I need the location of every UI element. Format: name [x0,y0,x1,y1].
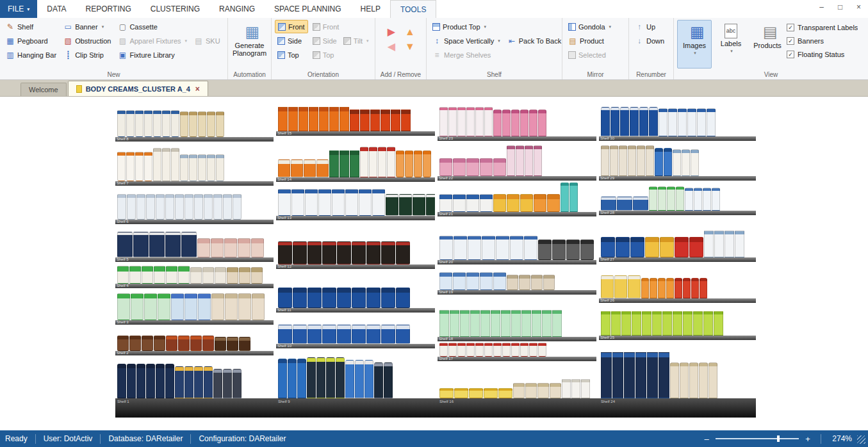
view-images-button[interactable]: ▦ Images ▾ [677,20,712,69]
product[interactable] [316,159,329,177]
product[interactable] [480,310,490,337]
product[interactable] [687,108,696,136]
product[interactable] [194,366,203,398]
product[interactable] [668,108,677,136]
product[interactable] [682,149,690,176]
product[interactable] [307,357,316,398]
product[interactable] [520,343,528,357]
product[interactable] [215,267,226,284]
product[interactable] [202,336,214,351]
product[interactable] [414,150,422,177]
product[interactable] [355,360,364,398]
product[interactable] [165,364,174,398]
product[interactable] [142,336,153,351]
product[interactable] [670,362,679,398]
product[interactable] [340,150,349,177]
product[interactable] [652,311,662,336]
product[interactable] [616,237,630,257]
zoom-slider-thumb[interactable] [777,435,780,442]
product[interactable] [352,241,366,264]
zoom-in-button[interactable]: + [803,434,813,444]
product[interactable] [658,186,666,211]
product[interactable] [381,325,395,344]
product[interactable] [491,310,500,337]
new-cassette-button[interactable]: ▢Cassette [115,20,190,33]
product[interactable] [329,107,339,131]
product[interactable] [291,189,304,216]
product[interactable] [520,194,533,212]
product[interactable] [569,183,578,212]
product[interactable] [175,194,184,220]
product[interactable] [366,325,381,344]
product[interactable] [211,238,224,257]
product[interactable] [620,107,629,136]
product[interactable] [507,194,520,212]
product[interactable] [352,288,366,308]
product[interactable] [635,352,646,398]
product[interactable] [227,337,238,351]
product[interactable] [484,388,498,398]
orientation-top-button[interactable]: Top [275,48,308,61]
product[interactable] [453,194,466,212]
product[interactable] [642,311,651,336]
product[interactable] [624,352,635,398]
product[interactable] [543,275,555,290]
product[interactable] [190,336,202,351]
product[interactable] [129,266,141,284]
shelf-bar[interactable]: Shelf 3 [115,320,274,325]
generate-planogram-button[interactable]: ▦ Generate Planogram [233,20,267,69]
product[interactable] [534,145,542,176]
product[interactable] [550,383,561,398]
tab-close-icon[interactable]: × [195,85,200,93]
product[interactable] [457,107,466,136]
merge-shelves-button[interactable]: ≡Merge Shelves [430,48,503,61]
product[interactable] [251,267,263,284]
orientation-tilt-button[interactable]: Tilt▾ [341,34,372,47]
product[interactable] [637,145,645,176]
product[interactable] [601,237,615,257]
product[interactable] [678,108,687,136]
product[interactable] [532,310,541,337]
product[interactable] [628,145,636,176]
product[interactable] [396,150,404,177]
product[interactable] [650,278,657,298]
orientation-front-button[interactable]: Front [275,20,308,33]
shelf-bar[interactable]: Shelf 10 [276,344,435,348]
product[interactable] [381,288,395,308]
planogram-base[interactable]: Shelf 1Shelf 9Shelf 16Shelf 24 [115,398,756,418]
product[interactable] [374,362,383,398]
product[interactable] [511,343,520,357]
product[interactable] [378,147,386,177]
product[interactable] [146,364,155,398]
product[interactable] [194,194,203,220]
product[interactable] [673,311,682,336]
product[interactable] [580,240,594,260]
new-apparel-fixtures-button[interactable]: ▨Apparel Fixtures▾ [115,34,190,47]
tab-clustering[interactable]: CLUSTERING [141,0,209,18]
product[interactable] [215,337,226,351]
product[interactable] [529,110,537,136]
product[interactable] [278,359,287,398]
product[interactable] [493,272,506,290]
product[interactable] [450,310,459,337]
product[interactable] [628,275,641,298]
product[interactable] [216,111,224,137]
product[interactable] [366,241,381,264]
product[interactable] [322,241,336,264]
shelf-bar[interactable]: Shelf 15 [276,131,435,136]
product[interactable] [198,293,211,320]
product[interactable] [198,111,206,137]
product[interactable] [309,107,318,131]
product[interactable] [632,311,641,336]
new-banner-button[interactable]: ▭Banner▾ [61,20,113,33]
product[interactable] [316,357,325,398]
product[interactable] [611,311,621,336]
new-clip-strip-button[interactable]: ┋Clip Strip [61,48,113,61]
product[interactable] [466,107,475,136]
product[interactable] [482,236,495,260]
shelf-bar[interactable]: Shelf 13 [276,216,435,220]
product[interactable] [238,293,251,320]
product[interactable] [601,107,610,136]
product[interactable] [233,369,242,398]
product[interactable] [547,194,560,212]
